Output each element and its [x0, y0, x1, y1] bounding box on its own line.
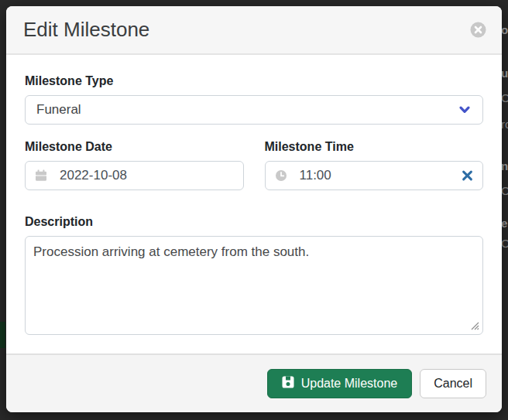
- milestone-date-group: Milestone Date: [25, 139, 244, 190]
- close-icon: [470, 29, 486, 40]
- cancel-button[interactable]: Cancel: [420, 369, 486, 398]
- milestone-type-label: Milestone Type: [25, 73, 483, 88]
- date-time-row: Milestone Date Milestone Time: [25, 139, 483, 190]
- cancel-label: Cancel: [434, 377, 472, 391]
- description-group: Description Procession arriving at cemet…: [25, 214, 483, 335]
- close-button[interactable]: [469, 22, 486, 39]
- background-text-fragment: O: [501, 184, 508, 197]
- clock-icon: [275, 169, 287, 182]
- milestone-time-group: Milestone Time: [265, 139, 484, 190]
- background-text-fragment: n: [501, 159, 508, 172]
- background-text-fragment: O: [501, 237, 508, 250]
- dialog-header: Edit Milestone: [6, 6, 502, 55]
- milestone-type-select[interactable]: Funeral: [25, 95, 483, 125]
- dialog-body: Milestone Type Funeral Milestone Date: [6, 55, 502, 353]
- milestone-type-value: Funeral: [36, 102, 81, 118]
- background-text-fragment: O: [501, 91, 508, 104]
- clear-time-button[interactable]: [460, 169, 475, 183]
- milestone-date-input[interactable]: [25, 161, 244, 190]
- update-milestone-label: Update Milestone: [301, 377, 398, 391]
- edit-milestone-dialog: Edit Milestone Milestone Type Funeral: [6, 6, 502, 412]
- milestone-type-group: Milestone Type Funeral: [25, 73, 483, 125]
- chevron-down-icon: [458, 103, 472, 117]
- resize-grip-icon[interactable]: [470, 321, 480, 331]
- background-text-fragment: e: [501, 217, 507, 230]
- description-label: Description: [25, 214, 483, 229]
- milestone-time-input[interactable]: [265, 161, 484, 190]
- milestone-date-label: Milestone Date: [25, 139, 244, 154]
- background-text-fragment: o: [501, 23, 508, 36]
- update-milestone-button[interactable]: Update Milestone: [267, 369, 413, 398]
- background-text-fragment: ro: [501, 118, 508, 131]
- dialog-title: Edit Milestone: [23, 18, 149, 42]
- dialog-footer: Update Milestone Cancel: [6, 353, 502, 412]
- background-button-fragment: [0, 322, 5, 348]
- background-text-fragment: u: [501, 67, 508, 80]
- calendar-icon: [35, 169, 47, 182]
- save-icon: [282, 376, 294, 391]
- milestone-time-label: Milestone Time: [265, 139, 484, 154]
- description-textarea[interactable]: Procession arriving at cemetery from the…: [25, 236, 483, 335]
- clear-x-icon: [462, 172, 473, 184]
